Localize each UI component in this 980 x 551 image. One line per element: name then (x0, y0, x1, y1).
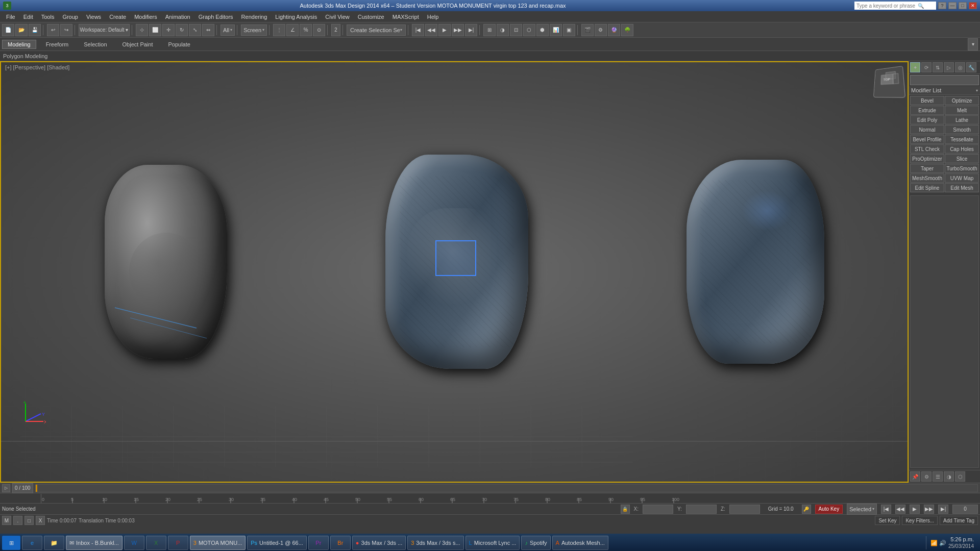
viewport-play-area[interactable]: ▷ (2, 484, 10, 492)
taskbar-bridge[interactable]: Br (330, 536, 351, 550)
mod-edit-mesh[interactable]: Edit Mesh (945, 183, 979, 192)
rotate-btn[interactable]: ↻ (176, 24, 188, 36)
coord-dropdown[interactable]: Screen ▾ (241, 24, 267, 36)
y-coord-input[interactable] (686, 505, 717, 514)
tab-freeform[interactable]: Freeform (40, 40, 75, 49)
mod-normal[interactable]: Normal (910, 125, 944, 134)
tab-populate[interactable]: Populate (162, 40, 195, 49)
start-button[interactable]: ⊞ (2, 536, 20, 550)
undo-btn[interactable]: ↩ (47, 24, 59, 36)
go-start-btn[interactable]: |◀ (881, 505, 891, 514)
menu-animation[interactable]: Animation (161, 13, 194, 21)
menu-create[interactable]: Create (105, 13, 130, 21)
sculpture-middle[interactable] (385, 155, 528, 369)
mod-slice[interactable]: Slice (945, 154, 979, 163)
render-btn[interactable]: 🎬 (581, 24, 594, 36)
next-key-btn[interactable]: ▶▶ (452, 24, 464, 36)
viewport-render-btn[interactable]: ⬢ (536, 24, 549, 36)
timeline-track[interactable] (35, 484, 978, 492)
tab-object-paint[interactable]: Object Paint (117, 40, 159, 49)
customize-ribbon-btn[interactable]: ▾ (968, 38, 978, 51)
modifier-list-label[interactable]: Modifier List ▾ (909, 86, 980, 95)
menu-maxscript[interactable]: MAXScript (388, 13, 423, 21)
angle-snap-btn[interactable]: ∠ (286, 24, 299, 36)
mod-taper[interactable]: Taper (910, 164, 944, 173)
mod-bevel-profile[interactable]: Bevel Profile (910, 135, 944, 144)
go-end-btn[interactable]: ▶| (938, 505, 948, 514)
auto-key-btn[interactable]: Auto Key (815, 505, 843, 514)
modifier-search-input[interactable] (910, 75, 979, 85)
sculpture-left[interactable] (105, 165, 227, 359)
menu-file[interactable]: File (2, 13, 19, 21)
taskbar-word[interactable]: W (124, 536, 144, 550)
show-stats-btn[interactable]: 📊 (550, 24, 562, 36)
save-btn[interactable]: 💾 (29, 24, 41, 36)
taskbar-max2[interactable]: 3 3ds Max / 3ds s... (407, 536, 463, 550)
mod-turbo-smooth[interactable]: TurboSmooth (945, 164, 979, 173)
mod-bevel[interactable]: Bevel (910, 96, 944, 105)
mini-mode-btn3[interactable]: □ (24, 516, 34, 525)
menu-views[interactable]: Views (82, 13, 105, 21)
percent-snap-btn[interactable]: % (300, 24, 312, 36)
viewport-shade-btn[interactable]: ◑ (497, 24, 509, 36)
key-icon[interactable]: 🔑 (802, 505, 811, 514)
taskbar-autodesk-mesh[interactable]: A Autodesk Mesh... (552, 536, 608, 550)
taskbar-photoshop[interactable]: Ps Untitled-1 @ 66... (247, 536, 307, 550)
redo-btn[interactable]: ↪ (60, 24, 72, 36)
add-time-tag-btn[interactable]: Add Time Tag (940, 516, 978, 525)
viewport-toggle-btn[interactable]: ▣ (563, 24, 575, 36)
mini-mode-btn2[interactable]: . (13, 516, 22, 525)
x-coord-input[interactable] (643, 505, 673, 514)
taskbar-lync[interactable]: L Microsoft Lync ... (465, 536, 520, 550)
search-box[interactable]: 🔍 (854, 2, 936, 10)
workspace-btn[interactable]: Workspace: Default ▾ (79, 24, 130, 36)
select-btn[interactable]: ⊹ (136, 24, 148, 36)
config-modifier-sets-icon[interactable]: ⚙ (921, 471, 932, 482)
menu-lighting-analysis[interactable]: Lighting Analysis (271, 13, 321, 21)
show-end-result-icon[interactable]: ⬡ (955, 471, 965, 482)
mod-mesh-smooth[interactable]: MeshSmooth (910, 173, 944, 183)
mod-pro-optimizer[interactable]: ProOptimizer (910, 154, 944, 163)
maximize-btn[interactable]: □ (959, 2, 967, 9)
filter-dropdown[interactable]: All ▾ (220, 24, 235, 36)
tab-selection[interactable]: Selection (78, 40, 112, 49)
taskbar-chrome[interactable]: ● 3ds Max / 3ds ... (352, 536, 406, 550)
num2-btn[interactable]: 2 (331, 24, 340, 36)
mini-mode-btn1[interactable]: M (2, 516, 11, 525)
utilities-panel-icon[interactable]: 🔧 (966, 62, 976, 72)
mod-stl-check[interactable]: STL Check (910, 144, 944, 154)
create-panel-icon[interactable]: ✦ (910, 62, 920, 72)
tab-modeling[interactable]: Modeling (2, 40, 36, 49)
material-editor-btn[interactable]: 🔮 (608, 24, 620, 36)
mod-cap-holes[interactable]: Cap Holes (945, 144, 979, 154)
minimize-btn[interactable]: — (948, 2, 957, 9)
scale-btn[interactable]: ⤡ (189, 24, 201, 36)
taskbar-powerpoint[interactable]: P (168, 536, 188, 550)
menu-customize[interactable]: Customize (354, 13, 388, 21)
next-key-status-btn[interactable]: ▶▶ (924, 505, 934, 514)
mod-melt[interactable]: Melt (945, 106, 979, 115)
nav-cube[interactable]: TOP (873, 66, 905, 98)
viewport-texture-btn[interactable]: ⬡ (523, 24, 535, 36)
menu-help[interactable]: Help (423, 13, 443, 21)
modify-panel-icon[interactable]: ⟳ (921, 62, 932, 72)
active-shade-icon[interactable]: ◑ (944, 471, 954, 482)
mod-edit-poly[interactable]: Edit Poly (910, 115, 944, 124)
prev-key-status-btn[interactable]: ◀◀ (895, 505, 905, 514)
sculpture-right[interactable] (687, 160, 824, 364)
menu-modifiers[interactable]: Modifiers (130, 13, 161, 21)
snaps-btn[interactable]: ⋮ (273, 24, 285, 36)
taskbar-premiere[interactable]: Pr (308, 536, 329, 550)
menu-graph-editors[interactable]: Graph Editors (194, 13, 237, 21)
viewport-canvas[interactable]: Y Z X TOP (0, 61, 909, 483)
motion-panel-icon[interactable]: ▷ (944, 62, 954, 72)
create-selection-btn[interactable]: Create Selection Se ▾ (347, 24, 406, 36)
select-region-btn[interactable]: ⬜ (149, 24, 161, 36)
taskbar-email[interactable]: ✉ Inbox - B.Bunkl... (66, 536, 122, 550)
mod-optimize[interactable]: Optimize (945, 96, 979, 105)
render-setup-btn[interactable]: ⚙ (595, 24, 607, 36)
hierarchy-panel-icon[interactable]: ⇅ (933, 62, 943, 72)
lock-selection-btn[interactable]: 🔒 (621, 505, 630, 514)
mirror-btn[interactable]: ⇔ (202, 24, 214, 36)
taskbar-maxscript[interactable]: 3 MOTOA MONU... (190, 536, 246, 550)
